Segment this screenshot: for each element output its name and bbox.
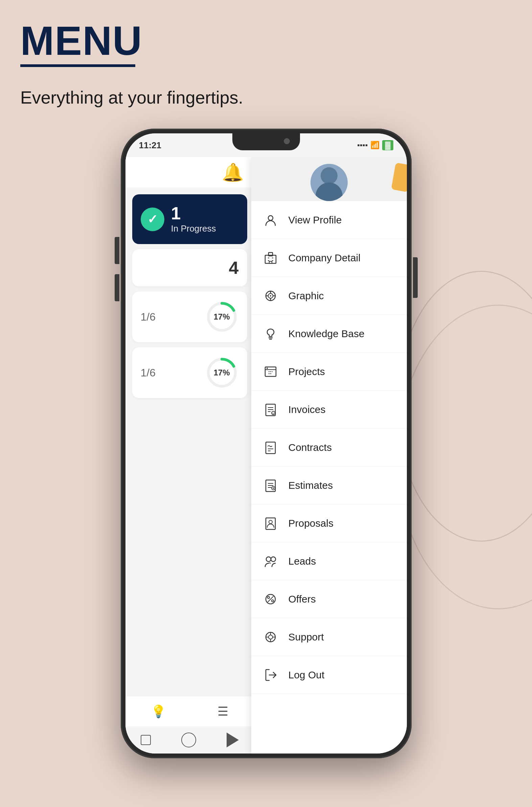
menu-item-offers[interactable]: Offers [251,580,407,618]
svg-point-4 [268,216,273,220]
menu-item-view-profile[interactable]: View Profile [251,201,407,239]
menu-nav-icon[interactable]: ☰ [217,704,228,719]
graphic-label: Graphic [288,290,324,301]
svg-point-40 [266,557,271,562]
svg-point-14 [270,295,271,296]
menu-items-list: View Profile [251,201,407,694]
svg-rect-28 [266,442,275,454]
menu-item-estimates[interactable]: Estimates [251,466,407,505]
bottom-nav: 💡 ☰ [126,696,254,727]
svg-point-43 [267,597,269,599]
ring-fraction-2: 1/6 [141,367,156,379]
menu-item-invoices[interactable]: $ Invoices [251,391,407,428]
title-underline [20,64,135,67]
menu-item-leads[interactable]: Leads [251,542,407,580]
svg-rect-5 [265,255,276,263]
home-circle-button[interactable] [181,733,196,748]
phone-screen: 11:21 ▪▪▪▪ 📶 ▓ 🔔 [126,133,407,753]
menu-item-contracts[interactable]: Contracts [251,428,407,466]
svg-text:$: $ [272,412,274,415]
count-card[interactable]: 4 [132,249,247,287]
leads-label: Leads [288,555,316,567]
company-detail-label: Company Detail [288,252,361,264]
status-icons: ▪▪▪▪ 📶 ▓ [357,140,393,150]
view-profile-icon [262,210,280,229]
page-title: MENU [20,20,243,61]
log-out-label: Log Out [288,669,325,681]
svg-point-21 [266,368,268,369]
power-button [413,257,418,298]
top-bar: 🔔 [126,157,254,187]
home-square-button[interactable] [141,735,151,745]
wifi-icon: 📶 [370,141,379,150]
svg-rect-11 [269,261,272,263]
page-subtitle: Everything at your fingertips. [20,87,243,108]
check-circle: ✓ [141,207,164,231]
count-number: 4 [229,258,239,278]
menu-item-support[interactable]: Support [251,618,407,656]
ring-fraction-1: 1/6 [141,311,156,323]
phone-notch [232,133,300,150]
invoices-icon: $ [262,400,280,419]
bell-icon[interactable]: 🔔 [222,162,244,183]
home-indicator [126,727,254,753]
graphic-icon [262,287,280,305]
ring-percent-2: 17% [213,368,230,378]
projects-label: Projects [288,366,325,378]
left-panel: 🔔 ✓ 1 In Progress 4 [126,157,254,753]
screen-content: 🔔 ✓ 1 In Progress 4 [126,157,407,753]
signal-icon: ▪▪▪▪ [357,141,368,150]
offers-label: Offers [288,593,316,605]
estimates-label: Estimates [288,480,333,491]
orange-decoration [391,163,407,192]
menu-item-log-out[interactable]: Log Out [251,656,407,694]
proposals-label: Proposals [288,518,334,529]
person-body [316,182,343,201]
status-time: 11:21 [139,140,162,151]
progress-number: 1 [171,204,216,222]
menu-item-company-detail[interactable]: Company Detail [251,239,407,277]
svg-point-44 [271,600,273,602]
home-back-button[interactable] [227,733,239,748]
svg-point-41 [271,557,276,562]
phone-mockup: 11:21 ▪▪▪▪ 📶 ▓ 🔔 [121,129,412,758]
invoices-label: Invoices [288,404,326,415]
avatar[interactable] [310,164,348,201]
page-header: MENU Everything at your fingertips. [20,20,243,108]
ring-card-2[interactable]: 1/6 17% [132,347,247,398]
support-label: Support [288,631,324,643]
knowledge-base-label: Knowledge Base [288,328,365,340]
in-progress-card[interactable]: ✓ 1 In Progress [132,194,247,244]
ring-percent-1: 17% [213,312,230,322]
person-head [321,167,338,184]
contracts-label: Contracts [288,442,332,453]
menu-item-knowledge-base[interactable]: Knowledge Base [251,315,407,353]
bg-decoration-1 [397,271,532,542]
ring-card-1[interactable]: 1/6 17% [132,291,247,342]
projects-icon [262,362,280,381]
right-panel-menu: View Profile [251,157,407,753]
svg-point-39 [269,520,272,524]
check-icon: ✓ [148,212,158,226]
battery-icon: ▓ [382,140,393,150]
volume-up-button [115,237,119,264]
progress-label: In Progress [171,223,216,234]
leads-icon [262,552,280,570]
proposals-icon [262,514,280,532]
front-camera [284,138,290,144]
company-detail-icon [262,249,280,267]
avatar-section [251,157,407,201]
menu-item-graphic[interactable]: Graphic [251,277,407,315]
menu-item-projects[interactable]: Projects [251,353,407,391]
menu-item-proposals[interactable]: Proposals [251,505,407,542]
phone-frame: 11:21 ▪▪▪▪ 📶 ▓ 🔔 [121,129,412,758]
volume-down-button [115,274,119,301]
knowledge-base-icon [262,324,280,343]
bulb-nav-icon[interactable]: 💡 [151,704,166,719]
ring-container-2: 17% [205,356,239,390]
view-profile-label: View Profile [288,214,342,226]
estimates-icon [262,476,280,495]
log-out-icon [262,665,280,684]
svg-point-46 [268,635,272,639]
ring-container-1: 17% [205,300,239,334]
